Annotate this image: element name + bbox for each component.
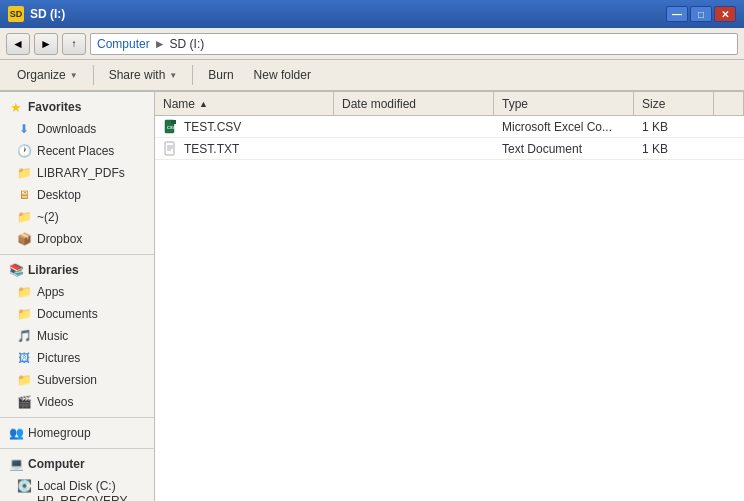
toolbar-separator-2 [192, 65, 193, 85]
sidebar-item-hp-recovery-e[interactable]: 💽 HP_RECOVERY (E:) [0, 497, 154, 501]
file-list-header: Name ▲ Date modified Type Size [155, 92, 744, 116]
file-size-cell-1: 1 KB [634, 142, 714, 156]
organize-dropdown-arrow: ▼ [70, 71, 78, 80]
file-name-cell: CSV TEST.CSV [155, 119, 334, 135]
recent-icon: 🕐 [16, 143, 32, 159]
downloads-label: Downloads [37, 122, 96, 136]
library-pdfs-icon: 📁 [16, 165, 32, 181]
col-header-size[interactable]: Size [634, 92, 714, 115]
col-header-extra [714, 92, 744, 115]
apps-icon: 📁 [16, 284, 32, 300]
col-header-type[interactable]: Type [494, 92, 634, 115]
breadcrumb: Computer ► SD (I:) [90, 33, 738, 55]
pictures-icon: 🖼 [16, 350, 32, 366]
subversion-icon: 📁 [16, 372, 32, 388]
title-icon: SD [8, 6, 24, 22]
organize-button[interactable]: Organize ▼ [8, 63, 87, 87]
sidebar-computer-header: 💻 Computer [0, 453, 154, 475]
col-header-name[interactable]: Name ▲ [155, 92, 334, 115]
sidebar-item-downloads[interactable]: ⬇ Downloads [0, 118, 154, 140]
new-folder-button[interactable]: New folder [245, 63, 320, 87]
sidebar-item-desktop[interactable]: 🖥 Desktop [0, 184, 154, 206]
dropbox-icon: 📦 [16, 231, 32, 247]
apps-label: Apps [37, 285, 64, 299]
csv-file-icon: CSV [163, 119, 179, 135]
file-list: Name ▲ Date modified Type Size [155, 92, 744, 501]
videos-icon: 🎬 [16, 394, 32, 410]
documents-label: Documents [37, 307, 98, 321]
window-controls: — □ ✕ [666, 6, 736, 22]
toolbar: Organize ▼ Share with ▼ Burn New folder [0, 60, 744, 92]
downloads-icon: ⬇ [16, 121, 32, 137]
file-type-cell-1: Text Document [494, 142, 634, 156]
videos-label: Videos [37, 395, 73, 409]
pictures-label: Pictures [37, 351, 80, 365]
sidebar-divider-2 [0, 417, 154, 418]
subversion-label: Subversion [37, 373, 97, 387]
up-button[interactable]: ↑ [62, 33, 86, 55]
sidebar: ★ Favorites ⬇ Downloads 🕐 Recent Places … [0, 92, 155, 501]
desktop-label: Desktop [37, 188, 81, 202]
sort-asc-icon: ▲ [199, 99, 208, 109]
sidebar-item-homegroup[interactable]: 👥 Homegroup [0, 422, 154, 444]
svg-rect-1 [171, 120, 176, 124]
toolbar-separator-1 [93, 65, 94, 85]
sidebar-item-pictures[interactable]: 🖼 Pictures [0, 347, 154, 369]
sidebar-divider-1 [0, 254, 154, 255]
main-area: ★ Favorites ⬇ Downloads 🕐 Recent Places … [0, 92, 744, 501]
sidebar-item-recent[interactable]: 🕐 Recent Places [0, 140, 154, 162]
file-name-cell-1: TEST.TXT [155, 141, 334, 157]
sidebar-item-documents[interactable]: 📁 Documents [0, 303, 154, 325]
homegroup-label: Homegroup [28, 426, 91, 440]
maximize-button[interactable]: □ [690, 6, 712, 22]
sidebar-item-library-pdfs[interactable]: 📁 LIBRARY_PDFs [0, 162, 154, 184]
sidebar-divider-3 [0, 448, 154, 449]
documents-icon: 📁 [16, 306, 32, 322]
local-disk-c-icon: 💽 [16, 478, 32, 494]
breadcrumb-computer[interactable]: Computer [97, 37, 150, 51]
local-disk-c-label: Local Disk (C:) [37, 479, 116, 493]
share-with-button[interactable]: Share with ▼ [100, 63, 187, 87]
breadcrumb-sep-1: ► [154, 37, 166, 51]
desktop-icon: 🖥 [16, 187, 32, 203]
sidebar-favorites-header: ★ Favorites [0, 96, 154, 118]
sidebar-item-music[interactable]: 🎵 Music [0, 325, 154, 347]
music-label: Music [37, 329, 68, 343]
computer-icon: 💻 [8, 456, 24, 472]
col-header-date[interactable]: Date modified [334, 92, 494, 115]
favorites-star-icon: ★ [8, 99, 24, 115]
title-bar: SD SD (I:) — □ ✕ [0, 0, 744, 28]
sidebar-item-tilde2[interactable]: 📁 ~(2) [0, 206, 154, 228]
share-dropdown-arrow: ▼ [169, 71, 177, 80]
hp-recovery-e-label: HP_RECOVERY (E:) [37, 494, 146, 501]
favorites-label: Favorites [28, 100, 81, 114]
sidebar-item-dropbox[interactable]: 📦 Dropbox [0, 228, 154, 250]
forward-button[interactable]: ► [34, 33, 58, 55]
burn-button[interactable]: Burn [199, 63, 242, 87]
tilde2-label: ~(2) [37, 210, 59, 224]
sidebar-item-videos[interactable]: 🎬 Videos [0, 391, 154, 413]
tilde2-icon: 📁 [16, 209, 32, 225]
recent-label: Recent Places [37, 144, 114, 158]
computer-label: Computer [28, 457, 85, 471]
breadcrumb-sd[interactable]: SD (I:) [170, 37, 205, 51]
libraries-label: Libraries [28, 263, 79, 277]
back-button[interactable]: ◄ [6, 33, 30, 55]
file-type-cell-0: Microsoft Excel Co... [494, 120, 634, 134]
table-row[interactable]: CSV TEST.CSV Microsoft Excel Co... 1 KB [155, 116, 744, 138]
txt-file-icon [163, 141, 179, 157]
sidebar-libraries-header: 📚 Libraries [0, 259, 154, 281]
dropbox-label: Dropbox [37, 232, 82, 246]
file-size-cell-0: 1 KB [634, 120, 714, 134]
sidebar-item-apps[interactable]: 📁 Apps [0, 281, 154, 303]
libraries-icon: 📚 [8, 262, 24, 278]
homegroup-icon: 👥 [8, 425, 24, 441]
address-bar: ◄ ► ↑ Computer ► SD (I:) [0, 28, 744, 60]
svg-text:CSV: CSV [167, 125, 176, 130]
minimize-button[interactable]: — [666, 6, 688, 22]
sidebar-item-subversion[interactable]: 📁 Subversion [0, 369, 154, 391]
library-pdfs-label: LIBRARY_PDFs [37, 166, 125, 180]
music-icon: 🎵 [16, 328, 32, 344]
close-button[interactable]: ✕ [714, 6, 736, 22]
table-row[interactable]: TEST.TXT Text Document 1 KB [155, 138, 744, 160]
